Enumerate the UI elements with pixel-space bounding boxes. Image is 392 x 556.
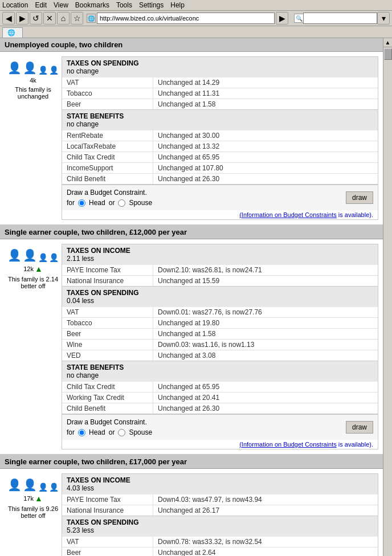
stop-button[interactable]: ✕ xyxy=(43,12,56,24)
table-row: National InsuranceUnchanged at 26.17 xyxy=(62,505,378,516)
tax-label: Child Benefit xyxy=(62,403,153,414)
tax-label: VED xyxy=(62,350,153,361)
main-tab[interactable]: 🌐 xyxy=(2,27,23,38)
family-block-unemployed: 👤👤👤👤4kThis family is unchangedTAXES ON S… xyxy=(0,52,383,226)
adult-icon: 👤 xyxy=(7,248,22,262)
adult-icon-2: 👤 xyxy=(23,478,37,492)
toolbar: ◀ ▶ ↺ ✕ ⌂ ☆ 🌐 ▶ 🔍 ▾ xyxy=(0,11,392,26)
tax-value: Unchanged at 2.64 xyxy=(153,547,378,556)
scrollbar-up[interactable]: ▲ xyxy=(383,38,392,47)
table-row: Child Tax CreditUnchanged at 65.95 xyxy=(62,382,378,393)
tax-label: VAT xyxy=(62,77,153,88)
address-input[interactable] xyxy=(97,13,275,24)
adult-icon: 👤 xyxy=(7,478,22,492)
go-button[interactable]: ▶ xyxy=(276,12,288,24)
tax-value: Down2.10: was26.81, is now24.71 xyxy=(153,265,378,275)
arrow-up-icon: ▲ xyxy=(35,494,43,503)
tax-value: Unchanged at 14.29 xyxy=(153,77,378,88)
tax-label: IncomeSupport xyxy=(62,163,153,173)
people-icons: 👤👤👤👤 xyxy=(7,478,59,492)
menu-tools[interactable]: Tools xyxy=(116,1,132,9)
head-radio[interactable] xyxy=(78,429,85,436)
tax-value: Unchanged at 3.08 xyxy=(153,350,378,361)
family-status: This family is 2.14 better off xyxy=(5,276,62,289)
content-wrapper: Unemployed couple, two children👤👤👤👤4kThi… xyxy=(0,38,392,556)
tax-label: LocalTaxRebate xyxy=(62,141,153,152)
info-link: (Information on Budget Constraints is av… xyxy=(62,210,378,219)
tax-section: TAXES ON SPENDING0.04 lessVATDown0.01: w… xyxy=(62,287,378,361)
head-radio[interactable] xyxy=(78,199,85,207)
budget-row: Draw a Budget Constraint. for Head or Sp… xyxy=(62,414,378,440)
tax-value: Unchanged at 1.58 xyxy=(153,329,378,339)
search-input[interactable] xyxy=(303,13,377,24)
family-icon-unemployed: 👤👤👤👤4kThis family is unchanged xyxy=(5,56,62,220)
menu-help[interactable]: Help xyxy=(170,1,185,9)
tax-value: Unchanged at 13.32 xyxy=(153,141,378,152)
bookmark-button[interactable]: ☆ xyxy=(71,12,83,24)
table-row: VATDown0.78: was33.32, is now32.54 xyxy=(62,537,378,547)
menu-view[interactable]: View xyxy=(54,1,68,9)
tax-value: Unchanged at 107.80 xyxy=(153,163,378,173)
tax-value: Unchanged at 26.30 xyxy=(153,403,378,414)
spouse-label: Spouse xyxy=(129,428,152,436)
search-dropdown[interactable]: ▾ xyxy=(377,12,390,24)
menu-bookmarks[interactable]: Bookmarks xyxy=(75,1,109,9)
income-value: 4k xyxy=(30,77,36,84)
table-row: IncomeSupportUnchanged at 107.80 xyxy=(62,163,378,174)
tab-bar: 🌐 xyxy=(0,26,392,38)
tax-value: Down0.78: was33.32, is now32.54 xyxy=(153,537,378,547)
table-row: Child BenefitUnchanged at 26.30 xyxy=(62,403,378,414)
income-value: 17k xyxy=(23,495,34,502)
tax-section-header: TAXES ON SPENDINGno change xyxy=(62,57,378,77)
budget-constraints-link[interactable]: (Information on Budget Constraints xyxy=(239,441,337,448)
tax-section: STATE BENEFITSno changeRentRebateUnchang… xyxy=(62,110,378,185)
menu-settings[interactable]: Settings xyxy=(139,1,164,9)
table-row: TobaccoUnchanged at 11.31 xyxy=(62,88,378,99)
tax-label: PAYE Income Tax xyxy=(62,494,153,505)
draw-button[interactable]: draw xyxy=(346,191,373,204)
spouse-radio[interactable] xyxy=(118,429,125,436)
tax-label: RentRebate xyxy=(62,130,153,141)
section-header-single17k: Single earner couple, two children, £17,… xyxy=(0,455,383,469)
table-row: VATDown0.01: was27.76, is now27.76 xyxy=(62,307,378,318)
child-icon-2: 👤 xyxy=(49,66,59,75)
tax-label: National Insurance xyxy=(62,505,153,516)
tax-label: Beer xyxy=(62,329,153,339)
tax-value: Unchanged at 20.41 xyxy=(153,393,378,403)
child-icon: 👤 xyxy=(38,253,48,262)
tab-favicon: 🌐 xyxy=(7,29,15,36)
tax-label: Beer xyxy=(62,547,153,556)
adult-icon: 👤 xyxy=(7,61,22,75)
family-icon-single12k: 👤👤👤👤12k▲This family is 2.14 better off xyxy=(5,244,62,449)
menu-edit[interactable]: Edit xyxy=(35,1,47,9)
income-badge: 4k xyxy=(30,77,36,84)
forward-button[interactable]: ▶ xyxy=(16,12,28,24)
table-row: Child BenefitUnchanged at 26.30 xyxy=(62,174,378,184)
budget-constraints-link[interactable]: (Information on Budget Constraints xyxy=(239,211,337,218)
scrollbar[interactable]: ▲ ▼ xyxy=(383,38,392,556)
family-status: This family is unchanged xyxy=(5,86,62,100)
page-content: Unemployed couple, two children👤👤👤👤4kThi… xyxy=(0,38,383,556)
tax-value: Unchanged at 65.95 xyxy=(153,152,378,162)
tax-value: Unchanged at 1.58 xyxy=(153,99,378,109)
family-block-single17k: 👤👤👤👤17k▲This family is 9.26 better offTA… xyxy=(0,469,383,556)
budget-title: Draw a Budget Constraint. xyxy=(67,418,152,426)
tax-table-unemployed: TAXES ON SPENDINGno changeVATUnchanged a… xyxy=(62,56,378,220)
spouse-label: Spouse xyxy=(129,199,152,207)
draw-button[interactable]: draw xyxy=(346,421,373,434)
tax-label: Wine xyxy=(62,340,153,350)
tax-label: Child Tax Credit xyxy=(62,152,153,162)
menu-bar: Location Edit View Bookmarks Tools Setti… xyxy=(0,0,392,11)
scrollbar-thumb[interactable] xyxy=(384,48,392,60)
tax-label: VAT xyxy=(62,307,153,317)
spouse-radio[interactable] xyxy=(118,199,125,207)
home-button[interactable]: ⌂ xyxy=(57,12,70,24)
tax-section: STATE BENEFITSno changeChild Tax CreditU… xyxy=(62,361,378,414)
reload-button[interactable]: ↺ xyxy=(30,12,42,24)
table-row: TobaccoUnchanged at 19.80 xyxy=(62,318,378,329)
income-badge: 12k▲ xyxy=(23,264,43,273)
menu-location[interactable]: Location xyxy=(2,1,28,9)
tax-label: Tobacco xyxy=(62,318,153,328)
table-row: BeerUnchanged at 1.58 xyxy=(62,329,378,340)
back-button[interactable]: ◀ xyxy=(2,12,15,24)
